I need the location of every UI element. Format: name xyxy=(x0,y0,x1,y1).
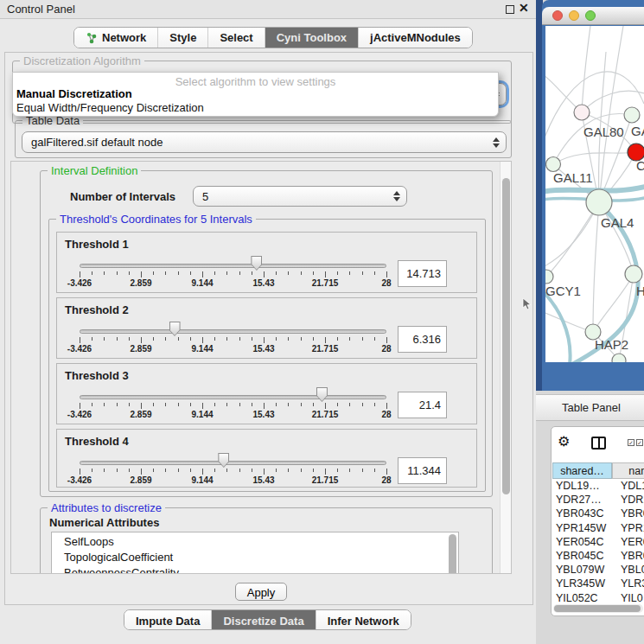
threshold-2-label: Threshold 2 xyxy=(65,303,129,316)
node-label: GAL11 xyxy=(553,170,593,185)
threshold-1-panel: Threshold 1 -3.4262.8599.14415.4321.7152… xyxy=(56,232,477,293)
tab-infer-network[interactable]: Infer Network xyxy=(316,610,411,630)
checkbox-columns-icon[interactable]: ✓ xyxy=(628,439,634,446)
threshold-1-slider-thumb[interactable] xyxy=(251,256,262,271)
settings-viewport: Interval Definition Number of Intervals … xyxy=(10,161,512,574)
table-row[interactable]: YER054CYER0 xyxy=(552,535,644,549)
slider-ticks xyxy=(80,469,386,475)
combo-stepper-icon xyxy=(392,191,401,201)
table-row[interactable]: YDL19…YDL1 xyxy=(552,479,644,493)
minimize-traffic-light[interactable] xyxy=(569,10,579,21)
control-panel-titlebar: Control Panel ✕ xyxy=(0,0,536,19)
table-horizontal-scrollbar[interactable] xyxy=(553,604,643,613)
list-item[interactable]: BetweennessCentrality xyxy=(64,566,179,574)
node-gal4[interactable] xyxy=(586,189,612,215)
discretization-algorithm-title: Discretization Algorithm xyxy=(20,54,144,67)
table-row[interactable]: YBR045CYBR0 xyxy=(552,549,644,563)
interval-definition-title: Interval Definition xyxy=(48,164,141,177)
node-label: GAL4 xyxy=(601,215,634,230)
algorithm-dropdown-popup: Select algorithm to view settings Manual… xyxy=(12,72,499,117)
table-row[interactable]: YBR043CYBR0 xyxy=(552,507,644,520)
node-label: H xyxy=(636,284,644,298)
threshold-2-slider-track[interactable] xyxy=(80,329,386,334)
zoom-traffic-light[interactable] xyxy=(585,10,596,21)
threshold-4-slider-track[interactable] xyxy=(80,461,386,465)
list-item[interactable]: TopologicalCoefficient xyxy=(64,551,173,564)
threshold-2-slider-thumb[interactable] xyxy=(169,322,181,336)
close-traffic-light[interactable] xyxy=(552,10,563,21)
threshold-1-slider-track[interactable] xyxy=(80,264,386,268)
threshold-3-panel: Threshold 3 -3.4262.8599.14415.4321.7152… xyxy=(56,363,477,424)
node-label: GA xyxy=(631,124,644,138)
table-rows: YDL19…YDL1YDR27…YDR2YBR043CYBR0YPR145WYP… xyxy=(552,479,644,605)
apply-button[interactable]: Apply xyxy=(235,583,287,601)
table-data-group: Table Data galFiltered.sif default node xyxy=(15,120,512,158)
column-header-shared[interactable]: shared… xyxy=(552,462,612,479)
table-panel-title: Table Panel xyxy=(562,401,621,414)
right-side-region: GAL80 GA C GAL11 GAL4 GCY1 H HAP2 Table … xyxy=(536,0,644,644)
combo-stepper-icon xyxy=(491,137,501,148)
slider-ticks xyxy=(80,271,386,278)
tab-style[interactable]: Style xyxy=(158,28,208,48)
checkbox-columns-icon[interactable]: ✓ xyxy=(636,439,643,446)
dropdown-item-manual-discretization[interactable]: Manual Discretization xyxy=(16,87,132,100)
control-panel-title: Control Panel xyxy=(7,3,75,16)
network-canvas[interactable]: GAL80 GA C GAL11 GAL4 GCY1 H HAP2 xyxy=(545,26,644,362)
column-view-icon[interactable] xyxy=(591,437,606,450)
tab-cyni-toolbox[interactable]: Cyni Toolbox xyxy=(265,28,359,48)
tab-impute-data[interactable]: Impute Data xyxy=(124,610,212,630)
network-window-titlebar[interactable] xyxy=(542,7,644,25)
node-label: GAL80 xyxy=(583,124,624,139)
threshold-3-label: Threshold 3 xyxy=(65,369,129,382)
threshold-3-slider-thumb[interactable] xyxy=(316,387,328,402)
list-scrollbar[interactable] xyxy=(449,534,456,574)
column-header-name[interactable]: name xyxy=(612,462,644,479)
threshold-2-panel: Threshold 2 -3.4262.8599.14415.4321.7152… xyxy=(56,297,477,359)
tab-discretize-data[interactable]: Discretize Data xyxy=(212,610,316,630)
table-row[interactable]: YIL052CYIL0 xyxy=(552,591,644,605)
node-label: GCY1 xyxy=(545,284,581,298)
network-view-window: GAL80 GA C GAL11 GAL4 GCY1 H HAP2 xyxy=(542,0,644,391)
node-label: HAP2 xyxy=(595,337,628,352)
slider-scale-labels: -3.4262.8599.14415.4321.71528 xyxy=(80,278,386,289)
screen: Control Panel ✕ Network Style Select Cyn… xyxy=(0,0,644,644)
settings-scrollbar-thumb[interactable] xyxy=(502,178,510,494)
tab-jactivemnodules[interactable]: jActiveMNodules xyxy=(359,28,472,48)
slider-scale-labels: -3.4262.8599.14415.4321.71528 xyxy=(80,344,386,354)
threshold-1-value-field[interactable]: 14.713 xyxy=(398,260,447,287)
tab-network-label: Network xyxy=(102,31,146,44)
network-icon xyxy=(86,32,98,44)
threshold-3-value-field[interactable]: 21.4 xyxy=(398,392,447,418)
table-row[interactable]: YPR145WYPR1 xyxy=(552,521,644,535)
table-row[interactable]: YBL079WYBL0 xyxy=(552,563,644,577)
table-row[interactable]: YLR345WYLR3 xyxy=(552,577,644,590)
bottom-tab-strip: Impute Data Discretize Data Infer Networ… xyxy=(124,609,411,630)
top-tab-strip: Network Style Select Cyni Toolbox jActiv… xyxy=(73,27,473,48)
threshold-2-value-field[interactable]: 6.316 xyxy=(398,326,447,353)
tab-select[interactable]: Select xyxy=(208,28,265,48)
list-item[interactable]: SelfLoops xyxy=(64,535,114,548)
table-data-combobox[interactable]: galFiltered.sif default node xyxy=(22,131,507,153)
threshold-1-label: Threshold 1 xyxy=(65,238,129,251)
number-of-intervals-combobox[interactable]: 5 xyxy=(193,186,407,207)
node-gal11[interactable] xyxy=(546,157,561,172)
table-row[interactable]: YDR27…YDR2 xyxy=(552,493,644,507)
slider-ticks xyxy=(80,337,386,344)
algorithm-placeholder: Select algorithm to view settings xyxy=(13,75,498,88)
threshold-4-value-field[interactable]: 11.344 xyxy=(398,457,447,484)
numerical-attributes-list: SelfLoops TopologicalCoefficient Between… xyxy=(51,532,459,574)
gear-icon[interactable]: ⚙ xyxy=(558,435,570,449)
dropdown-item-equal-width[interactable]: Equal Width/Frequency Discretization xyxy=(16,101,204,114)
node-gcy1[interactable] xyxy=(545,270,553,284)
node-gal80[interactable] xyxy=(574,105,590,120)
close-icon[interactable]: ✕ xyxy=(519,1,529,15)
threshold-3-slider-track[interactable] xyxy=(80,395,386,399)
slider-ticks xyxy=(80,403,386,410)
tab-network[interactable]: Network xyxy=(74,28,158,48)
threshold-4-slider-thumb[interactable] xyxy=(218,453,229,468)
node-label: C xyxy=(636,158,644,173)
mouse-cursor xyxy=(522,298,532,310)
number-of-intervals-label: Number of Intervals xyxy=(70,190,175,203)
slider-scale-labels: -3.4262.8599.14415.4321.71528 xyxy=(80,410,386,420)
float-window-icon[interactable] xyxy=(506,5,514,14)
